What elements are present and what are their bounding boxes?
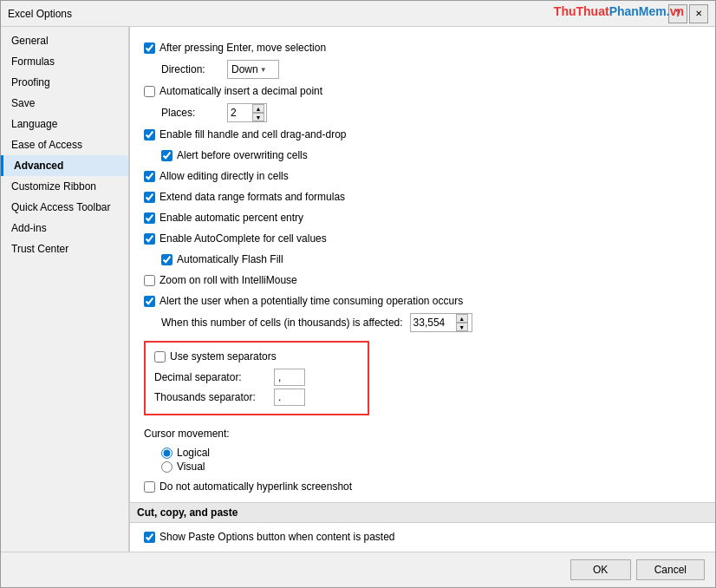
direction-row: Direction: Down ▼ [161,60,701,79]
show-paste-label[interactable]: Show Paste Options button when content i… [144,531,395,543]
allow-editing-text: Allow editing directly in cells [159,170,289,182]
cells-affected-spin-up[interactable]: ▲ [456,314,468,323]
direction-arrow-icon: ▼ [260,66,267,74]
use-system-sep-label[interactable]: Use system separators [154,350,277,363]
auto-percent-label[interactable]: Enable automatic percent entry [144,212,303,224]
cursor-movement-label: Cursor movement: [144,428,230,440]
sidebar-item-save[interactable]: Save [1,93,128,114]
after-enter-checkbox-label[interactable]: After pressing Enter, move selection [144,42,326,54]
flash-fill-label[interactable]: Automatically Flash Fill [161,253,283,265]
alert-time-text: Alert the user when a potentially time c… [159,295,463,307]
places-input[interactable] [228,107,252,119]
logical-radio-row[interactable]: Logical [161,447,701,459]
autocomplete-text: Enable AutoComplete for cell values [159,232,327,245]
show-paste-checkbox[interactable] [144,532,155,543]
cut-copy-paste-header: Cut, copy, and paste [130,502,715,523]
decimal-sep-row: Decimal separator: [154,369,359,386]
thousands-sep-row: Thousands separator: [154,389,359,406]
auto-decimal-label[interactable]: Automatically insert a decimal point [144,85,322,97]
auto-decimal-text: Automatically insert a decimal point [159,85,322,97]
cells-affected-spin: ▲ ▼ [456,314,468,331]
sidebar-item-proofing[interactable]: Proofing [1,72,128,93]
alert-overwrite-text: Alert before overwriting cells [177,149,308,161]
cancel-button[interactable]: Cancel [636,559,705,580]
sidebar: General Formulas Proofing Save Language … [1,27,129,552]
no-hyperlink-label[interactable]: Do not automatically hyperlink screensho… [144,480,352,493]
places-input-container: ▲ ▼ [227,103,267,122]
places-spin: ▲ ▼ [252,104,264,121]
auto-percent-text: Enable automatic percent entry [159,212,303,224]
auto-percent-checkbox[interactable] [144,212,155,224]
visual-radio-row[interactable]: Visual [161,461,701,473]
alert-time-label[interactable]: Alert the user when a potentially time c… [144,295,463,307]
sidebar-item-add-ins[interactable]: Add-ins [1,218,128,238]
places-row: Places: ▲ ▼ [161,103,701,122]
title-bar-left: Excel Options [8,8,72,20]
separator-section: Use system separators Decimal separator:… [144,341,369,415]
sidebar-item-formulas[interactable]: Formulas [1,51,128,72]
zoom-roll-label[interactable]: Zoom on roll with IntelliMouse [144,274,297,286]
cells-affected-row: When this number of cells (in thousands)… [161,313,701,332]
cells-affected-spin-down[interactable]: ▼ [456,323,468,331]
allow-editing-row: Allow editing directly in cells [144,167,701,185]
allow-editing-checkbox[interactable] [144,171,155,182]
autocomplete-checkbox[interactable] [144,233,155,245]
dialog-footer: OK Cancel [1,552,715,587]
visual-radio[interactable] [161,461,172,473]
auto-decimal-checkbox[interactable] [144,86,155,97]
visual-label: Visual [177,461,205,473]
after-enter-row: After pressing Enter, move selection [144,39,701,56]
direction-label: Direction: [161,63,222,75]
thousands-sep-label: Thousands separator: [154,391,267,403]
sidebar-item-ease-of-access[interactable]: Ease of Access [1,134,128,155]
flash-fill-checkbox[interactable] [161,254,172,265]
sidebar-item-language[interactable]: Language [1,114,128,134]
logical-label: Logical [177,447,210,459]
fill-handle-checkbox[interactable] [144,129,155,140]
places-spin-down[interactable]: ▼ [252,113,264,121]
ok-button[interactable]: OK [570,559,631,580]
zoom-roll-text: Zoom on roll with IntelliMouse [159,274,297,286]
allow-editing-label[interactable]: Allow editing directly in cells [144,170,289,182]
alert-time-checkbox[interactable] [144,296,155,307]
cursor-movement-section: Cursor movement: Logical Visual [144,426,701,473]
decimal-sep-label: Decimal separator: [154,371,267,383]
watermark-thu: Thu [554,4,576,18]
auto-percent-row: Enable automatic percent entry [144,209,701,226]
alert-overwrite-label[interactable]: Alert before overwriting cells [161,149,308,161]
sidebar-item-quick-access-toolbar[interactable]: Quick Access Toolbar [1,197,128,218]
logical-radio[interactable] [161,448,172,459]
cursor-movement-label-row: Cursor movement: [144,426,701,443]
extend-formats-row: Extend data range formats and formulas [144,188,701,206]
use-system-sep-row: Use system separators [154,348,359,365]
use-system-sep-checkbox[interactable] [154,351,166,363]
show-paste-text: Show Paste Options button when content i… [159,531,395,543]
alert-time-row: Alert the user when a potentially time c… [144,292,701,310]
after-enter-checkbox[interactable] [144,42,155,54]
fill-handle-label[interactable]: Enable fill handle and cell drag-and-dro… [144,128,346,140]
extend-formats-checkbox[interactable] [144,192,155,203]
direction-dropdown[interactable]: Down ▼ [227,60,279,79]
sidebar-item-customize-ribbon[interactable]: Customize Ribbon [1,176,128,197]
zoom-roll-row: Zoom on roll with IntelliMouse [144,271,701,289]
places-spin-up[interactable]: ▲ [252,104,264,113]
watermark-phan: Phan [609,4,639,18]
show-paste-row: Show Paste Options button when content i… [144,528,701,546]
autocomplete-label[interactable]: Enable AutoComplete for cell values [144,232,327,245]
sidebar-item-general[interactable]: General [1,30,128,51]
extend-formats-label[interactable]: Extend data range formats and formulas [144,191,345,203]
direction-value: Down [231,63,258,75]
alert-overwrite-checkbox[interactable] [161,150,172,161]
cells-affected-input-container: ▲ ▼ [410,313,472,332]
thousands-sep-input[interactable] [274,389,305,406]
cells-affected-input[interactable] [411,317,456,329]
no-hyperlink-row: Do not automatically hyperlink screensho… [144,478,701,495]
no-hyperlink-text: Do not automatically hyperlink screensho… [159,480,352,493]
zoom-roll-checkbox[interactable] [144,275,155,286]
sidebar-item-advanced[interactable]: Advanced [1,155,128,176]
decimal-sep-input[interactable] [274,369,305,386]
cells-affected-label: When this number of cells (in thousands)… [161,317,403,329]
no-hyperlink-checkbox[interactable] [144,481,155,493]
sidebar-item-trust-center[interactable]: Trust Center [1,238,128,259]
close-button[interactable]: ✕ [689,4,708,23]
